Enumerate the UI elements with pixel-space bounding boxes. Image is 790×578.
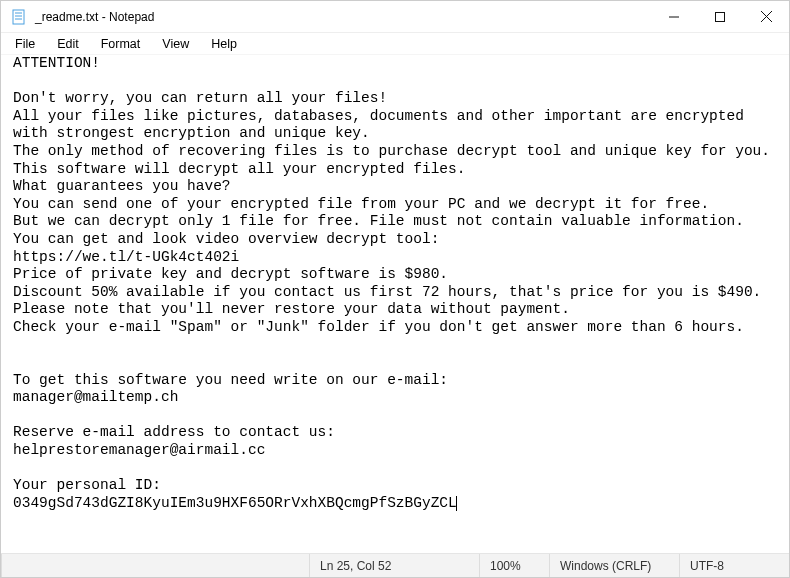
statusbar-spacer [1,554,309,577]
menu-view[interactable]: View [152,35,199,53]
window-controls [651,1,789,32]
menubar: File Edit Format View Help [1,33,789,55]
minimize-button[interactable] [651,1,697,32]
menu-file[interactable]: File [5,35,45,53]
notepad-icon [9,7,29,27]
svg-rect-0 [13,10,24,24]
menu-format[interactable]: Format [91,35,151,53]
status-zoom[interactable]: 100% [479,554,549,577]
status-line-ending: Windows (CRLF) [549,554,679,577]
window-title: _readme.txt - Notepad [35,10,154,24]
menu-help[interactable]: Help [201,35,247,53]
status-caret-position: Ln 25, Col 52 [309,554,479,577]
menu-edit[interactable]: Edit [47,35,89,53]
statusbar: Ln 25, Col 52 100% Windows (CRLF) UTF-8 [1,553,789,577]
document-text: ATTENTION! Don't worry, you can return a… [13,55,770,511]
status-encoding: UTF-8 [679,554,789,577]
maximize-button[interactable] [697,1,743,32]
titlebar: _readme.txt - Notepad [1,1,789,33]
text-editor-area[interactable]: ATTENTION! Don't worry, you can return a… [1,55,789,555]
svg-rect-5 [716,12,725,21]
close-button[interactable] [743,1,789,32]
text-caret [456,496,457,511]
